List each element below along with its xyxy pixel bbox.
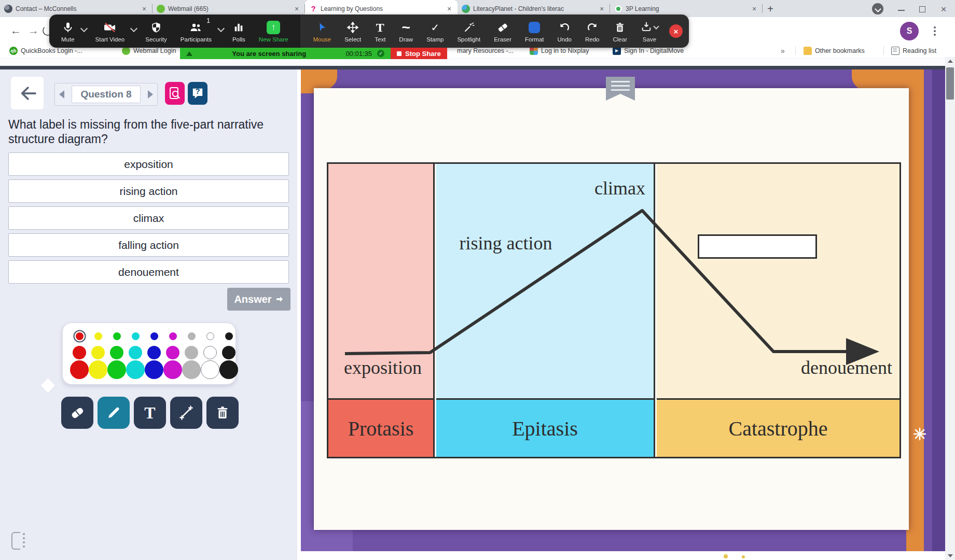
- color-swatch[interactable]: [163, 360, 182, 379]
- close-annotation-toolbar-button[interactable]: ×: [669, 24, 683, 38]
- color-swatch[interactable]: [166, 346, 179, 359]
- pencil-tool-button[interactable]: [98, 397, 130, 429]
- color-swatch[interactable]: [169, 332, 177, 340]
- option-climax[interactable]: climax: [8, 206, 289, 230]
- color-swatch[interactable]: [70, 360, 89, 379]
- tab-search-icon[interactable]: [872, 3, 883, 15]
- color-swatch[interactable]: [94, 332, 102, 340]
- mute-button[interactable]: Mute: [54, 15, 81, 48]
- color-swatch[interactable]: [110, 346, 123, 359]
- start-video-button[interactable]: Start Video: [89, 15, 132, 48]
- color-swatch[interactable]: [188, 332, 196, 340]
- color-swatch[interactable]: [147, 346, 161, 359]
- participants-button[interactable]: 1 Participants: [174, 15, 218, 48]
- back-button[interactable]: [11, 77, 44, 109]
- option-rising-action[interactable]: rising action: [8, 179, 289, 203]
- delete-tool-button[interactable]: [206, 397, 239, 429]
- profile-avatar[interactable]: S: [900, 22, 919, 40]
- previous-question-icon[interactable]: [59, 90, 64, 99]
- new-tab-button[interactable]: +: [763, 2, 778, 16]
- folder-icon: [804, 47, 812, 55]
- stop-share-button[interactable]: Stop Share: [391, 48, 447, 59]
- color-swatch[interactable]: [206, 332, 214, 340]
- eraser-tool-button[interactable]: [61, 397, 93, 429]
- restore-button[interactable]: [911, 2, 932, 17]
- undo-icon: [558, 20, 571, 35]
- color-swatch[interactable]: [182, 360, 201, 379]
- close-tab-icon[interactable]: ×: [445, 5, 453, 13]
- select-tool-button[interactable]: Select: [338, 15, 368, 48]
- save-options-chevron-icon[interactable]: [653, 23, 659, 29]
- other-bookmarks[interactable]: Other bookmarks: [804, 46, 865, 55]
- undo-button[interactable]: Undo: [550, 15, 578, 48]
- help-button[interactable]: ?: [188, 82, 207, 105]
- color-swatch[interactable]: [113, 332, 121, 340]
- mouse-tool-button[interactable]: Mouse: [307, 15, 338, 48]
- close-tab-icon[interactable]: ×: [598, 5, 606, 13]
- save-button[interactable]: Save: [634, 15, 665, 48]
- next-question-icon[interactable]: [148, 90, 153, 99]
- forward-button[interactable]: →: [28, 24, 39, 37]
- close-tab-icon[interactable]: ×: [750, 5, 758, 13]
- answer-button[interactable]: Answer: [227, 288, 290, 311]
- scrollbar-thumb[interactable]: [946, 67, 954, 100]
- color-swatch[interactable]: [222, 346, 236, 359]
- spotlight-tool-button[interactable]: Spotlight: [450, 15, 487, 48]
- eraser-tool-button[interactable]: Eraser: [487, 15, 518, 48]
- browser-menu-icon[interactable]: [934, 25, 936, 37]
- back-button[interactable]: ←: [10, 24, 21, 37]
- move-arrows-icon: [347, 20, 359, 35]
- polls-button[interactable]: Polls: [226, 15, 252, 48]
- stamp-tool-button[interactable]: ✓ Stamp: [420, 15, 450, 48]
- clear-button[interactable]: Clear: [606, 15, 633, 48]
- option-exposition[interactable]: exposition: [8, 152, 289, 176]
- option-denouement[interactable]: denouement: [8, 260, 289, 284]
- text-tool-button[interactable]: T Text: [368, 15, 392, 48]
- sparkle-icon: [913, 427, 926, 443]
- draw-tool-button[interactable]: ~ Draw: [392, 15, 420, 48]
- color-swatch[interactable]: [185, 346, 198, 359]
- page-scrollbar[interactable]: [945, 57, 955, 560]
- color-swatch[interactable]: [219, 360, 238, 379]
- color-swatch[interactable]: [91, 346, 105, 359]
- bookmark-label: QuickBooks Login -...: [21, 47, 82, 54]
- color-swatch[interactable]: [73, 346, 86, 359]
- color-swatch[interactable]: [76, 332, 84, 340]
- color-swatch[interactable]: [129, 346, 142, 359]
- participants-options-chevron-icon[interactable]: [217, 25, 225, 32]
- bookmarks-overflow-icon[interactable]: »: [781, 46, 785, 55]
- eraser-icon: [496, 20, 509, 35]
- color-swatch[interactable]: [201, 360, 219, 379]
- minimize-button[interactable]: [891, 2, 911, 17]
- reading-list[interactable]: Reading list: [891, 46, 936, 55]
- line-tool-button[interactable]: [170, 397, 202, 429]
- text-tool-button[interactable]: T: [134, 397, 166, 429]
- magnify-question-button[interactable]: [165, 82, 185, 105]
- redo-button[interactable]: Redo: [578, 15, 606, 48]
- panel-gutter: [297, 69, 301, 560]
- scroll-down-icon[interactable]: [948, 554, 953, 557]
- format-tool-button[interactable]: Format: [518, 15, 550, 48]
- scroll-up-icon[interactable]: [948, 60, 953, 63]
- mute-options-chevron-icon[interactable]: [80, 25, 88, 32]
- zoom-toolbar-main: Mute Start Video Security 1: [49, 15, 300, 48]
- option-falling-action[interactable]: falling action: [8, 233, 289, 257]
- color-swatch[interactable]: [145, 360, 163, 379]
- missing-label-box[interactable]: [698, 234, 817, 259]
- color-swatch[interactable]: [203, 346, 217, 359]
- color-swatch[interactable]: [126, 360, 145, 379]
- close-tab-icon[interactable]: ×: [140, 5, 148, 13]
- color-swatch[interactable]: [107, 360, 126, 379]
- share-timer: 00:01:35: [345, 50, 372, 58]
- security-button[interactable]: Security: [139, 15, 174, 48]
- close-tab-icon[interactable]: ×: [293, 5, 301, 13]
- color-swatch[interactable]: [132, 332, 140, 340]
- close-window-button[interactable]: ×: [932, 2, 955, 17]
- video-options-chevron-icon[interactable]: [130, 25, 137, 32]
- decor-orange-bar: [906, 69, 924, 551]
- color-swatch[interactable]: [225, 332, 233, 340]
- screen-toggle-icon[interactable]: [11, 530, 34, 551]
- color-swatch[interactable]: [150, 332, 158, 340]
- color-swatch[interactable]: [89, 360, 107, 379]
- new-share-button[interactable]: ↑ New Share: [252, 15, 295, 48]
